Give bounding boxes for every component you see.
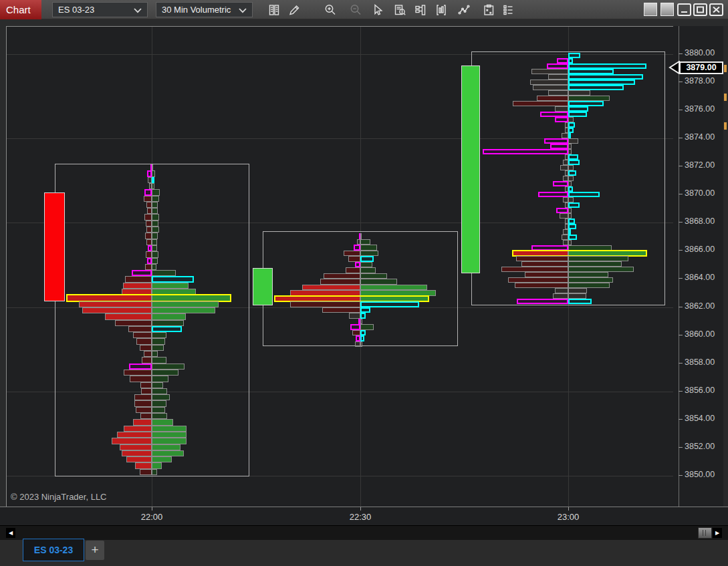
price-axis-tick [679, 53, 683, 54]
footprint-row-bid [548, 90, 568, 96]
footprint-row-bid [130, 376, 152, 382]
data-box-button[interactable] [392, 1, 408, 18]
tab-es-03-23[interactable]: ES 03-23 [23, 539, 84, 561]
price-axis-tick [679, 278, 683, 279]
price-axis[interactable]: 3879.00 3880.003878.003876.003874.003872… [673, 26, 723, 507]
footprint-row-bid [124, 426, 152, 432]
footprint-row-ask [568, 160, 580, 165]
drawing-tools-button[interactable] [286, 1, 302, 18]
plot-area[interactable]: © 2023 NinjaTrader, LLC [6, 26, 673, 507]
price-axis-label: 3878.00 [685, 76, 715, 86]
footprint-row-bid [136, 407, 152, 413]
footprint-row-ask [152, 351, 158, 357]
scroll-right-button[interactable]: ▶ [713, 528, 722, 538]
minimize-button[interactable] [677, 3, 691, 16]
footprint-row-bid [560, 213, 568, 219]
price-axis-label: 3872.00 [685, 160, 715, 170]
footprint-row-bid [123, 283, 152, 289]
strategies-button[interactable] [481, 1, 497, 18]
properties-button[interactable] [500, 1, 516, 18]
footprint-row-ask [360, 307, 370, 313]
scrollbar-thumb[interactable] [698, 527, 712, 539]
time-axis-tick [152, 507, 152, 511]
zoom-out-button[interactable] [348, 1, 364, 18]
price-axis-tick [679, 447, 683, 448]
footprint-row-bid [483, 149, 568, 154]
footprint-row-ask [360, 251, 378, 256]
close-button[interactable] [709, 3, 723, 16]
alert-marker [724, 94, 727, 101]
footprint-row-bid [134, 400, 152, 407]
footprint-row-bid [349, 313, 360, 319]
window-title-badge: Chart [0, 0, 41, 19]
footprint-row-bid [142, 357, 152, 364]
footprint-row-ask [568, 85, 624, 90]
price-axis-label: 3854.00 [685, 414, 715, 423]
chart-trader-button[interactable] [412, 1, 429, 18]
footprint-row-ask [568, 165, 574, 170]
footprint-row-ask [152, 233, 158, 239]
footprint-row-ask [152, 400, 166, 407]
footprint-row-bid [555, 106, 568, 112]
footprint-row-ask [152, 394, 170, 400]
time-axis[interactable]: 22:0022:3023:00 [0, 507, 728, 525]
footprint-row-ask [568, 80, 635, 85]
footprint-row-ask [152, 364, 185, 370]
footprint-row-bid [563, 160, 568, 165]
footprint-row-ask [568, 176, 574, 181]
footprint-row-ask [152, 239, 157, 245]
price-axis-tick [679, 363, 683, 364]
interval-dropdown[interactable]: 30 Min Volumetric [156, 2, 253, 17]
zoom-in-icon [324, 3, 337, 17]
footprint-row-ask [152, 413, 167, 419]
indicators-button[interactable] [456, 1, 472, 18]
chart-style-button[interactable] [433, 1, 449, 18]
footprint-row-ask [152, 202, 158, 208]
price-axis-label: 3856.00 [685, 386, 715, 395]
footprint-row-bid [563, 229, 568, 235]
price-axis-label: 3858.00 [685, 358, 715, 367]
cursor-button[interactable] [369, 1, 385, 18]
scroll-left-button[interactable]: ◀ [6, 528, 15, 538]
footprint-row-ask [152, 208, 158, 214]
footprint-row-ask [360, 313, 366, 319]
footprint-row-bid [144, 351, 152, 357]
footprint-row-bid [563, 197, 568, 202]
footprint-row-ask [152, 407, 165, 413]
data-series-button[interactable] [266, 1, 282, 18]
footprint-row-bid [533, 85, 568, 90]
maximize-button[interactable] [693, 3, 707, 16]
zoom-in-button[interactable] [322, 1, 338, 18]
footprint-row-bid [557, 58, 568, 63]
horizontal-scrollbar[interactable]: ◀ ▶ [0, 525, 728, 540]
footprint-row-ask [568, 202, 580, 208]
footprint-row-ask [568, 122, 575, 128]
footprint-row-bid [133, 419, 152, 426]
footprint-row-ask [360, 301, 419, 307]
footprint-row-ask [152, 227, 159, 233]
footprint-row-bid [144, 196, 152, 202]
price-axis-tick [679, 250, 683, 251]
footprint-row-ask [568, 186, 573, 192]
footprint-row-ask [360, 330, 366, 335]
price-axis-label: 3868.00 [685, 217, 715, 226]
footprint-row-bid [324, 273, 360, 279]
footprint-row-bid [515, 283, 568, 288]
add-tab-button[interactable]: + [86, 541, 104, 560]
chart-style-icon [435, 3, 448, 17]
interval-link-button[interactable] [660, 3, 674, 16]
price-axis-label: 3870.00 [685, 188, 715, 198]
footprint-row-ask [568, 170, 576, 176]
footprint-row-ask [152, 370, 178, 376]
instrument-link-button[interactable] [644, 3, 657, 16]
instrument-dropdown[interactable]: ES 03-23 [52, 2, 148, 17]
candle-body [44, 192, 65, 301]
data-series-icon [267, 3, 281, 17]
footprint-row-bid [82, 307, 152, 313]
footprint-row-bid [146, 227, 152, 233]
maximize-icon [695, 5, 706, 15]
footprint-row-ask [152, 326, 182, 332]
footprint-row-bid [147, 258, 152, 264]
footprint-row-ask [360, 324, 374, 330]
footprint-row-bid [132, 270, 152, 276]
